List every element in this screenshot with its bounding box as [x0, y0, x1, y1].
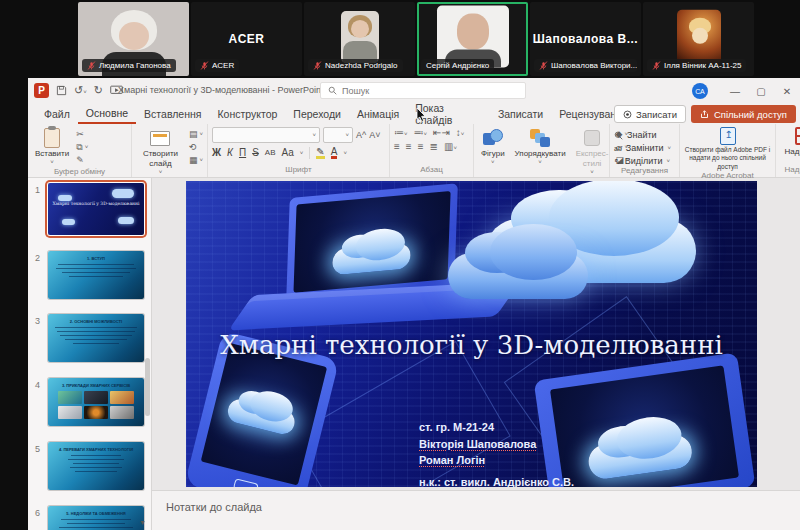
text-line [68, 459, 124, 460]
text-line [67, 523, 125, 524]
indent-icons[interactable]: ⇤⇥ [433, 127, 450, 138]
slide-canvas[interactable]: Хмарні технології у 3D-моделюванні ст. г… [186, 181, 757, 487]
close-button[interactable]: ✕ [774, 78, 800, 104]
tab-home[interactable]: Основне [78, 104, 136, 124]
redo-icon[interactable]: ↻ [94, 85, 103, 96]
participant-tile[interactable]: ACER ACER [191, 2, 302, 76]
group-drawing: Фігури˅ Упорядкувати˅ Експрес-стилі˅ ◆˅ … [474, 124, 610, 177]
phone-home-button [233, 478, 259, 487]
slide-thumbnail-6[interactable]: 5. НЕДОЛІКИ ТА ОБМЕЖЕННЯ [48, 506, 144, 530]
font-color-button[interactable]: А [331, 147, 338, 159]
quick-styles-button[interactable]: Експрес-стилі˅ [573, 127, 612, 177]
thumbnail-image [58, 406, 82, 419]
laptop-display [293, 191, 450, 293]
cloud-shape [62, 219, 75, 225]
participant-name: Ілля Вінник АА-11-25 [664, 61, 741, 70]
slide-title[interactable]: Хмарні технології у 3D-моделюванні [186, 330, 757, 360]
arrange-button[interactable]: Упорядкувати˅ [512, 127, 569, 167]
screen: Людмила Гапонова ACER ACER Nadezhda Podr… [0, 0, 800, 530]
underline-button[interactable]: П [239, 147, 246, 158]
thumbnail-title: 3. ПРИКЛАДИ ХМАРНИХ СЕРВІСІВ [48, 378, 144, 388]
record-button[interactable]: Записати [614, 105, 686, 123]
tab-record[interactable]: Записати [490, 104, 551, 124]
character-spacing-button[interactable]: АВ [265, 148, 276, 157]
paste-icon [44, 128, 60, 148]
quick-styles-label: Експрес-стилі [576, 149, 609, 169]
align-right-icon[interactable]: ≡ [418, 141, 424, 152]
tab-transitions[interactable]: Переходи [285, 104, 349, 124]
slide-thumbnail-4[interactable]: 3. ПРИКЛАДИ ХМАРНИХ СЕРВІСІВ [48, 378, 144, 426]
find-button[interactable]: Знайти [614, 130, 671, 140]
tab-file[interactable]: Файл [36, 104, 78, 124]
paste-button[interactable]: Вставити˅ [32, 127, 72, 167]
select-label: Виділити [625, 156, 663, 166]
participant-name: ACER [212, 61, 234, 70]
maximize-button[interactable]: ▢ [748, 78, 774, 104]
participant-tile[interactable]: Nadezhda Podrigalo [304, 2, 415, 76]
font-name-select[interactable]: ˅ [212, 127, 320, 143]
slide-credits[interactable]: ст. гр. М-21-24 Вікторія Шаповалова Рома… [419, 419, 574, 487]
font-size-select[interactable]: ˅ [323, 127, 353, 143]
create-pdf-button[interactable]: Створити файл Adobe PDF і надати до ньог… [684, 146, 771, 171]
thumbnail-image [84, 391, 108, 404]
new-slide-button[interactable]: Створити слайд˅ [136, 127, 185, 177]
reset-icon[interactable]: ⟲ [189, 142, 203, 153]
align-left-icon[interactable]: ≡ [394, 141, 400, 152]
thumbnail-scrollbar[interactable] [145, 358, 150, 416]
thumbnail-image [110, 391, 134, 404]
save-icon[interactable] [56, 85, 67, 96]
credit-supervisor: н.к.: ст. викл. Андрієнко С.В. [419, 474, 574, 488]
participant-name-tag: Шаповалова Виктори... [534, 59, 637, 72]
replace-icon: ab [614, 145, 622, 152]
tab-insert[interactable]: Вставлення [136, 104, 209, 124]
replace-button[interactable]: ab Замінити˅ [614, 143, 671, 153]
undo-icon[interactable]: ↺˅ [74, 85, 87, 96]
group-editing: Знайти ab Замінити˅ ⇖ Виділити˅ Редагува… [610, 124, 680, 177]
line-spacing-icon[interactable]: ↕˅ [456, 127, 465, 138]
columns-icon[interactable]: ▥˅ [444, 141, 457, 152]
participant-tile-active-speaker[interactable]: Сергій Андрієнко [417, 2, 528, 76]
record-icon [623, 110, 632, 119]
select-button[interactable]: ⇖ Виділити˅ [614, 156, 671, 166]
share-button[interactable]: Спільний доступ [691, 105, 796, 123]
search-input[interactable]: Пошук [320, 82, 526, 99]
find-label: Знайти [627, 130, 657, 140]
participant-tile[interactable]: Ілля Вінник АА-11-25 [643, 2, 754, 76]
notes-panel[interactable]: Нотатки до слайда [152, 490, 800, 530]
scroll-down-arrow[interactable]: ▼ [139, 519, 146, 526]
slide-thumbnail-3[interactable]: 2. ОСНОВНІ МОЖЛИВОСТІ [48, 314, 144, 362]
bold-button[interactable]: Ж [212, 147, 221, 158]
section-icon[interactable]: ▦˅ [189, 155, 203, 166]
layout-icon[interactable]: ▤˅ [189, 129, 203, 140]
tab-design[interactable]: Конструктор [209, 104, 285, 124]
shrink-font-icon[interactable]: А˅ [369, 130, 380, 141]
slide-thumbnail-5[interactable]: 4. ПЕРЕВАГИ ХМАРНИХ ТЕХНОЛОГІЙ [48, 442, 144, 490]
align-center-icon[interactable]: ≡ [406, 141, 412, 152]
participant-name-tag: Ілля Вінник АА-11-25 [647, 59, 746, 72]
text-highlight-button[interactable]: ✎ [316, 147, 324, 159]
bullets-icon[interactable]: ≔˅ [394, 127, 408, 138]
shapes-button[interactable]: Фігури˅ [478, 127, 508, 167]
numbering-icon[interactable]: ≕˅ [414, 127, 428, 138]
text-line [75, 471, 117, 472]
strikethrough-button[interactable]: S [252, 147, 259, 158]
change-case-button[interactable]: Аа [281, 147, 293, 158]
minimize-button[interactable]: — [722, 78, 748, 104]
italic-button[interactable]: К [227, 147, 233, 158]
slide-thumbnail-1-selected[interactable]: Хмарні технології у 3D-моделюванні [48, 183, 144, 235]
participant-tile[interactable]: Шаповалова В... Шаповалова Виктори... [530, 2, 641, 76]
credit-author: Роман Логін [419, 452, 574, 469]
addins-button[interactable]: Надбудови [785, 147, 800, 156]
tab-animations[interactable]: Анімація [349, 104, 407, 124]
mic-muted-icon [200, 61, 209, 70]
slide-thumbnail-2[interactable]: 1. ВСТУП [48, 251, 144, 299]
format-painter-icon[interactable]: ✎ [76, 155, 88, 166]
cut-icon[interactable]: ✂ [76, 129, 88, 140]
user-avatar[interactable]: СА [692, 83, 708, 99]
grow-font-icon[interactable]: А^ [356, 130, 366, 141]
mic-muted-icon [539, 61, 548, 70]
slide-thumbnail-panel: 1 Хмарні технології у 3D-моделюванні 2 1… [28, 178, 152, 530]
copy-icon[interactable]: ⧉˅ [76, 142, 88, 153]
justify-icon[interactable]: ≣ [430, 141, 438, 152]
participant-tile[interactable]: Людмила Гапонова [78, 2, 189, 76]
